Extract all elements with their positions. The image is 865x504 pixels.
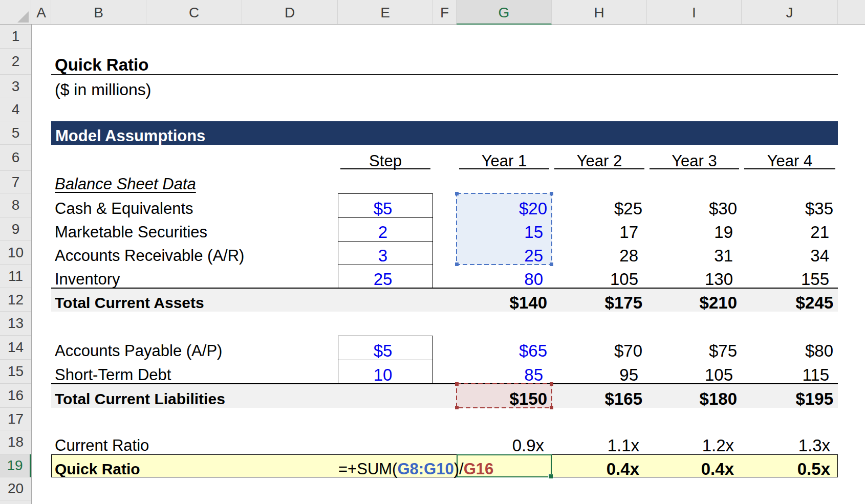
- row-header-3[interactable]: 3: [0, 75, 31, 98]
- row-header-19[interactable]: 19: [0, 454, 31, 477]
- cell-J19[interactable]: 0.5x: [742, 454, 838, 484]
- row-header-1[interactable]: 1: [0, 25, 31, 49]
- cell-B19-label[interactable]: Quick Ratio: [55, 454, 140, 484]
- col-header-E[interactable]: E: [338, 0, 433, 24]
- col-header-G[interactable]: G: [457, 0, 552, 25]
- cell-B12-label[interactable]: Total Current Assets: [55, 288, 204, 318]
- cell-B5-section-header[interactable]: Model Assumptions: [55, 121, 205, 151]
- cell-B3-subtitle[interactable]: ($ in millions): [55, 75, 151, 104]
- cell-J6-year4[interactable]: Year 4: [742, 145, 838, 177]
- formula-part2: )/: [454, 460, 464, 478]
- col-header-D[interactable]: D: [242, 0, 338, 24]
- col-header-C[interactable]: C: [146, 0, 242, 24]
- row-header-20[interactable]: 20: [0, 477, 31, 500]
- col-header-B[interactable]: B: [51, 0, 146, 24]
- col-header-H[interactable]: H: [552, 0, 647, 24]
- cell-G6-year1[interactable]: Year 1: [457, 145, 552, 177]
- row-header-2[interactable]: 2: [0, 49, 31, 75]
- row-header-7[interactable]: 7: [0, 171, 31, 193]
- fill-handle[interactable]: [548, 474, 553, 479]
- cell-B16-label[interactable]: Total Current Liabilities: [55, 384, 225, 414]
- row-header-6[interactable]: 6: [0, 145, 31, 171]
- row-header-9[interactable]: 9: [0, 217, 31, 241]
- cell-E15[interactable]: 10: [338, 360, 428, 390]
- cell-H12[interactable]: $175: [552, 288, 647, 318]
- spreadsheet-app: Quick Ratio ($ in millions) Model Assump…: [0, 0, 865, 504]
- row-header-18[interactable]: 18: [0, 430, 31, 454]
- col-header-A[interactable]: A: [32, 0, 51, 24]
- cell-G16[interactable]: $150: [457, 384, 552, 414]
- cell-I16[interactable]: $180: [647, 384, 742, 414]
- cell-J12[interactable]: $245: [742, 288, 838, 318]
- cell-I19[interactable]: 0.4x: [647, 454, 742, 484]
- row-header-14[interactable]: 14: [0, 336, 31, 360]
- cell-G12[interactable]: $140: [457, 288, 552, 318]
- row-header-10[interactable]: 10: [0, 241, 31, 265]
- cell-H6-year2[interactable]: Year 2: [552, 145, 647, 177]
- row-header-15[interactable]: 15: [0, 360, 31, 384]
- row-header-17[interactable]: 17: [0, 408, 31, 430]
- row-header-4[interactable]: 4: [0, 98, 31, 121]
- formula-range-ref: G8:G10: [397, 460, 453, 478]
- cell-E11[interactable]: 25: [338, 265, 428, 294]
- row-header-11[interactable]: 11: [0, 265, 31, 288]
- select-all-corner[interactable]: [0, 0, 31, 24]
- col-header-J[interactable]: J: [742, 0, 838, 24]
- select-all-triangle: [17, 11, 29, 23]
- col-header-F[interactable]: F: [433, 0, 457, 24]
- row-header-8[interactable]: 8: [0, 193, 31, 217]
- formula-cell-ref: G16: [464, 460, 494, 478]
- cell-E6-step[interactable]: Step: [338, 145, 433, 177]
- col-header-I[interactable]: I: [647, 0, 742, 24]
- row-header-12[interactable]: 12: [0, 288, 31, 312]
- row-header-16[interactable]: 16: [0, 384, 31, 408]
- formula-text-G19[interactable]: =+SUM(G8:G10)/G16: [338, 454, 493, 484]
- formula-part1: =+SUM(: [338, 460, 397, 478]
- title-underline: [51, 74, 838, 75]
- cell-I12[interactable]: $210: [647, 288, 742, 318]
- cell-J16[interactable]: $195: [742, 384, 838, 414]
- cell-I6-year3[interactable]: Year 3: [647, 145, 742, 177]
- row-header-13[interactable]: 13: [0, 312, 31, 336]
- row-header-5[interactable]: 5: [0, 121, 31, 145]
- cell-H19[interactable]: 0.4x: [552, 454, 647, 484]
- cell-H16[interactable]: $165: [552, 384, 647, 414]
